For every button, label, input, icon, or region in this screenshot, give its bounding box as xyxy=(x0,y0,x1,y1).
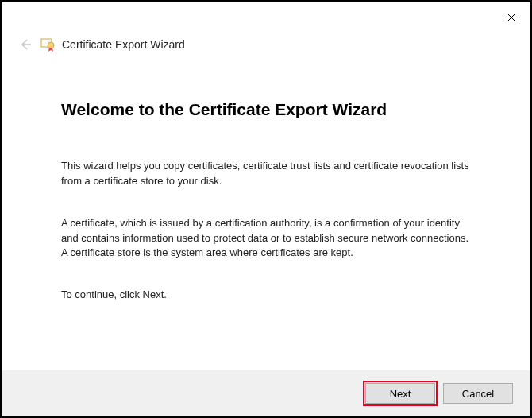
content-area: Welcome to the Certificate Export Wizard… xyxy=(2,52,530,303)
intro-text: This wizard helps you copy certificates,… xyxy=(61,159,471,189)
explain-text: A certificate, which is issued by a cert… xyxy=(61,216,471,261)
page-heading: Welcome to the Certificate Export Wizard xyxy=(61,100,471,119)
arrow-left-icon xyxy=(19,38,32,51)
header-row: Certificate Export Wizard xyxy=(2,33,530,52)
titlebar xyxy=(2,2,530,33)
wizard-title: Certificate Export Wizard xyxy=(62,38,185,51)
footer-bar: Next Cancel xyxy=(2,370,530,416)
svg-point-3 xyxy=(48,42,54,48)
continue-text: To continue, click Next. xyxy=(61,288,471,303)
certificate-icon xyxy=(40,37,56,52)
next-button[interactable]: Next xyxy=(365,383,435,404)
back-button xyxy=(17,37,33,52)
cancel-button[interactable]: Cancel xyxy=(443,383,513,404)
close-icon xyxy=(507,13,516,22)
close-button[interactable] xyxy=(502,8,521,27)
